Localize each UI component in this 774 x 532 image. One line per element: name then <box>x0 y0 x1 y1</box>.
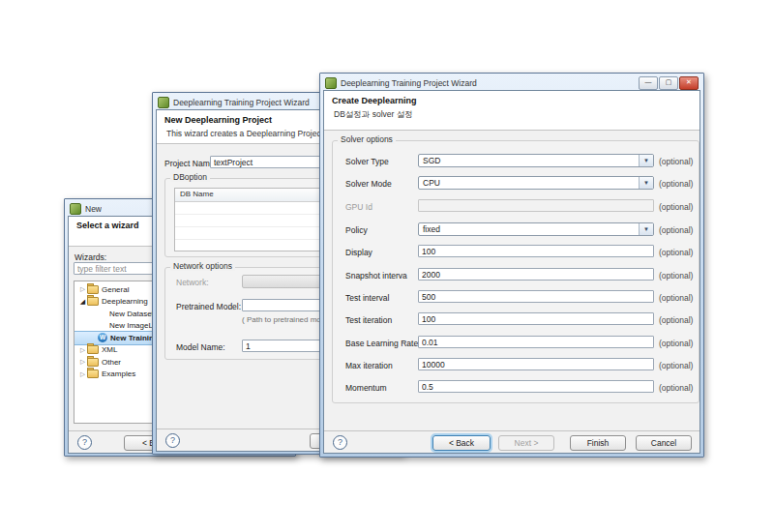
solver-dialog-titlebar[interactable]: Deeplearning Training Project Wizard — ▢… <box>323 75 700 90</box>
base-learning-rate-label: Base Learning Rate <box>345 339 418 348</box>
header-title: New Deeplearning Project <box>164 115 272 125</box>
tree-item-label: Examples <box>102 369 135 378</box>
folder-icon <box>87 369 99 378</box>
folder-icon <box>87 297 99 306</box>
finish-button[interactable]: Finish <box>570 435 626 451</box>
pretrained-model-label: Pretrained Model: <box>176 302 241 311</box>
optional-label: (optional) <box>659 225 693 235</box>
snapshot-interval-label: Snapshot interva <box>345 271 407 281</box>
solver-type-value: SGD <box>419 156 639 165</box>
wizard-app-icon <box>158 97 169 108</box>
expander-expanded-icon[interactable]: ◢ <box>78 298 87 306</box>
optional-label: (optional) <box>659 271 693 281</box>
solver-mode-select[interactable]: CPU ▼ <box>418 176 654 190</box>
folder-icon <box>87 345 99 354</box>
button-bar: ? < Back Next > Finish Cancel <box>324 430 700 454</box>
network-options-label: Network options <box>170 261 235 271</box>
tree-item-label: XML <box>102 345 117 354</box>
solver-mode-value: CPU <box>419 178 639 188</box>
momentum-input[interactable] <box>418 380 654 393</box>
model-name-label: Model Name: <box>176 342 225 352</box>
chevron-down-icon[interactable]: ▼ <box>639 155 653 166</box>
optional-label: (optional) <box>659 179 693 189</box>
snapshot-interval-input[interactable] <box>418 268 654 281</box>
expander-collapsed-icon[interactable]: ▷ <box>78 285 87 293</box>
optional-label: (optional) <box>659 339 693 348</box>
wizard-header: Create Deeplearning DB설정과 solver 설정 <box>324 91 700 131</box>
gpu-id-label: GPU Id <box>345 202 372 212</box>
expander-collapsed-icon[interactable]: ▷ <box>78 358 87 366</box>
momentum-label: Momentum <box>345 383 387 393</box>
network-label: Network: <box>176 278 209 287</box>
display-input[interactable] <box>418 245 654 257</box>
tree-item-label: Other <box>102 358 121 367</box>
solver-type-select[interactable]: SGD ▼ <box>418 154 654 167</box>
window-title: Deeplearning Training Project Wizard <box>341 78 477 88</box>
policy-label: Policy <box>345 225 368 235</box>
optional-label: (optional) <box>659 361 693 370</box>
wizard-app-icon <box>325 77 337 89</box>
policy-select[interactable]: fixed ▼ <box>418 222 654 236</box>
test-interval-input[interactable] <box>418 290 654 303</box>
test-interval-label: Test interval <box>345 293 389 303</box>
folder-icon <box>87 358 99 367</box>
minimize-button[interactable]: — <box>639 76 658 90</box>
window-title: New <box>85 204 102 214</box>
wizards-label: Wizards: <box>74 252 106 262</box>
next-button[interactable]: Next > <box>498 435 554 451</box>
optional-label: (optional) <box>659 202 693 212</box>
window-title: Deeplearning Training Project Wizard <box>173 98 310 107</box>
chevron-down-icon[interactable]: ▼ <box>639 177 653 189</box>
tree-item-label: General <box>102 285 129 294</box>
close-button[interactable]: ✕ <box>679 76 699 90</box>
optional-label: (optional) <box>659 315 693 325</box>
test-iteration-label: Test iteration <box>345 315 392 325</box>
help-icon[interactable]: ? <box>165 433 180 448</box>
policy-value: fixed <box>419 224 639 234</box>
expander-collapsed-icon[interactable]: ▷ <box>78 370 87 378</box>
help-icon[interactable]: ? <box>77 435 92 450</box>
header-subtitle: This wizard creates a Deeplearning Proje… <box>166 129 323 138</box>
base-learning-rate-input[interactable] <box>418 336 654 348</box>
back-button[interactable]: < Back <box>432 435 491 451</box>
solver-type-label: Solver Type <box>345 157 389 166</box>
wizard-app-icon <box>70 203 81 215</box>
create-deeplearning-dialog: Deeplearning Training Project Wizard — ▢… <box>319 73 704 458</box>
expander-collapsed-icon[interactable]: ▷ <box>78 346 87 354</box>
gpu-id-input <box>418 199 654 212</box>
help-icon[interactable]: ? <box>333 435 347 450</box>
solver-mode-label: Solver Mode <box>345 179 392 189</box>
cancel-button[interactable]: Cancel <box>636 435 692 451</box>
optional-label: (optional) <box>659 248 693 257</box>
display-label: Display <box>345 248 372 257</box>
header-subtitle: DB설정과 solver 설정 <box>334 109 413 121</box>
dboption-label: DBoption <box>170 172 210 182</box>
solver-options-label: Solver options <box>338 134 396 144</box>
optional-label: (optional) <box>659 383 693 393</box>
header-title: Create Deeplearning <box>332 96 417 105</box>
wizard-item-icon: W <box>98 333 107 342</box>
chevron-down-icon[interactable]: ▼ <box>639 223 653 235</box>
optional-label: (optional) <box>659 293 693 303</box>
max-iteration-label: Max iteration <box>345 361 393 370</box>
max-iteration-input[interactable] <box>418 358 654 370</box>
optional-label: (optional) <box>659 157 693 166</box>
tree-item-label: Deeplearning <box>102 297 148 306</box>
header-title: Select a wizard <box>76 221 139 230</box>
maximize-button[interactable]: ▢ <box>659 76 678 90</box>
folder-icon <box>87 285 99 294</box>
test-iteration-input[interactable] <box>418 312 654 325</box>
